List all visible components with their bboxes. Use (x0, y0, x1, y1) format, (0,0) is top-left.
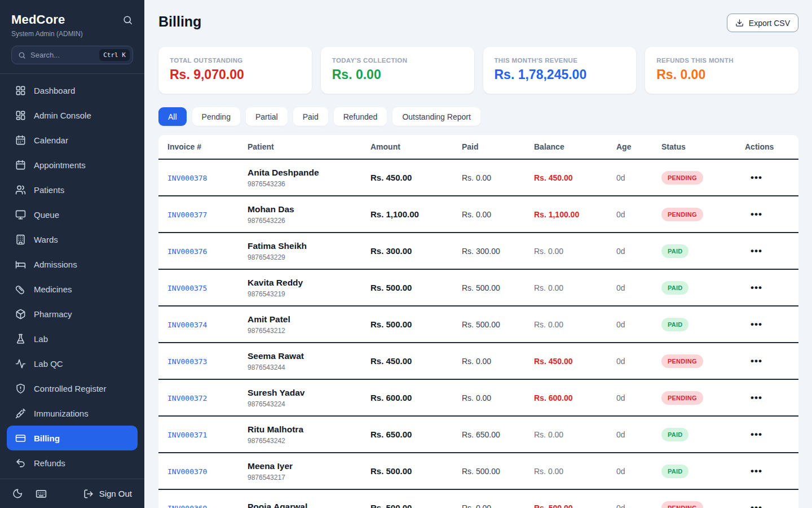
sidebar-item-billing[interactable]: Billing (7, 426, 138, 450)
sidebar-item-admin-console[interactable]: Admin Console (0, 103, 144, 128)
card-month-revenue: THIS MONTH'S REVENUE Rs. 1,78,245.00 (483, 47, 637, 94)
amount-value: Rs. 500.00 (370, 503, 462, 508)
export-csv-label: Export CSV (749, 19, 790, 28)
row-actions-ellipsis-icon[interactable]: ••• (745, 429, 762, 440)
sidebar-item-pharmacy[interactable]: Pharmacy (0, 301, 144, 326)
row-actions-ellipsis-icon[interactable]: ••• (745, 356, 762, 367)
sidebar-item-label: Controlled Register (34, 384, 106, 393)
sidebar-nav: Dashboard Admin Console Calendar Appoint… (0, 74, 144, 479)
invoice-link[interactable]: INV000369 (167, 504, 207, 508)
building-icon (15, 234, 26, 245)
invoice-link[interactable]: INV000377 (167, 211, 207, 219)
invoice-link[interactable]: INV000376 (167, 247, 207, 256)
patient-name: Anita Deshpande (248, 168, 370, 178)
row-actions-ellipsis-icon[interactable]: ••• (745, 502, 762, 508)
card-value: Rs. 0.00 (656, 67, 787, 82)
sidebar-search-box[interactable]: Ctrl K (11, 46, 133, 64)
dark-mode-toggle-moon-icon[interactable] (12, 488, 23, 499)
activity-icon (15, 358, 26, 369)
invoice-link[interactable]: INV000371 (167, 431, 207, 439)
row-actions-ellipsis-icon[interactable]: ••• (745, 466, 762, 477)
keyboard-icon[interactable] (36, 488, 47, 500)
user-role-label: System Admin (ADMIN) (11, 30, 133, 38)
column-header-balance: Balance (534, 142, 616, 151)
table-row: INV000377 Mohan Das 9876543226 Rs. 1,100… (158, 196, 798, 233)
sidebar-item-label: Immunizations (34, 409, 89, 418)
balance-value: Rs. 0.00 (534, 247, 616, 256)
invoice-link[interactable]: INV000374 (167, 321, 207, 329)
monitor-icon (15, 209, 26, 220)
sidebar-item-label: Wards (34, 235, 58, 244)
card-label: REFUNDS THIS MONTH (656, 57, 787, 64)
sidebar-item-wards[interactable]: Wards (0, 227, 144, 252)
amount-value: Rs. 500.00 (370, 283, 462, 292)
sidebar-item-dashboard[interactable]: Dashboard (0, 78, 144, 103)
status-badge: PAID (661, 428, 689, 441)
sidebar-item-lab-qc[interactable]: Lab QC (0, 351, 144, 376)
sidebar-item-label: Dashboard (34, 86, 75, 95)
sidebar-item-controlled-register[interactable]: Controlled Register (0, 376, 144, 401)
table-row: INV000371 Ritu Malhotra 9876543242 Rs. 6… (158, 417, 798, 453)
balance-value: Rs. 0.00 (534, 467, 616, 476)
sidebar: MedCore System Admin (ADMIN) Ctrl K Dash… (0, 0, 144, 508)
sidebar-item-label: Lab QC (34, 359, 63, 369)
sidebar-item-admissions[interactable]: Admissions (0, 252, 144, 277)
paid-value: Rs. 0.00 (462, 503, 534, 508)
table-row: INV000378 Anita Deshpande 9876543236 Rs.… (158, 160, 798, 196)
amount-value: Rs. 450.00 (370, 356, 462, 366)
export-csv-button[interactable]: Export CSV (727, 14, 798, 32)
table-row: INV000370 Meena Iyer 9876543217 Rs. 500.… (158, 453, 798, 490)
sidebar-item-label: Patients (34, 185, 64, 195)
filter-tab-all[interactable]: All (158, 107, 187, 126)
page-title: Billing (158, 14, 201, 30)
sidebar-item-appointments[interactable]: Appointments (0, 152, 144, 177)
sidebar-item-label: Appointments (34, 160, 86, 170)
column-header-age: Age (616, 142, 661, 151)
row-actions-ellipsis-icon[interactable]: ••• (745, 392, 762, 404)
sign-out-button[interactable]: Sign Out (83, 489, 132, 499)
keyboard-shortcut-badge: Ctrl K (99, 49, 130, 61)
sign-out-label: Sign Out (99, 489, 132, 498)
package-icon (15, 309, 26, 319)
invoice-link[interactable]: INV000373 (167, 357, 207, 366)
filter-tabs: All Pending Partial Paid Refunded Outsta… (158, 107, 798, 126)
sidebar-item-lab[interactable]: Lab (0, 326, 144, 351)
sidebar-item-queue[interactable]: Queue (0, 202, 144, 227)
filter-tab-pending[interactable]: Pending (192, 107, 240, 126)
filter-tab-outstanding-report[interactable]: Outstanding Report (392, 107, 480, 126)
filter-tab-partial[interactable]: Partial (246, 107, 288, 126)
log-out-icon (83, 489, 94, 499)
sidebar-item-label: Medicines (34, 284, 72, 294)
invoice-link[interactable]: INV000375 (167, 284, 207, 292)
row-actions-ellipsis-icon[interactable]: ••• (745, 209, 762, 220)
row-actions-ellipsis-icon[interactable]: ••• (745, 319, 762, 330)
invoice-link[interactable]: INV000372 (167, 394, 207, 402)
row-actions-ellipsis-icon[interactable]: ••• (745, 246, 762, 257)
search-input[interactable] (30, 51, 95, 59)
sidebar-item-refunds[interactable]: Refunds (0, 450, 144, 475)
table-row: INV000369 Pooja Agarwal Rs. 500.00 Rs. 0… (158, 490, 798, 508)
filter-tab-refunded[interactable]: Refunded (334, 107, 387, 126)
invoice-link[interactable]: INV000378 (167, 174, 207, 182)
age-value: 0d (616, 210, 661, 219)
invoice-link[interactable]: INV000370 (167, 467, 207, 476)
sidebar-header: MedCore System Admin (ADMIN) Ctrl K (0, 0, 144, 74)
sidebar-item-calendar[interactable]: Calendar (0, 128, 144, 152)
balance-value: Rs. 450.00 (534, 173, 616, 182)
row-actions-ellipsis-icon[interactable]: ••• (745, 282, 762, 294)
column-header-patient: Patient (248, 142, 370, 151)
card-total-outstanding: TOTAL OUTSTANDING Rs. 9,070.00 (158, 47, 312, 94)
paid-value: Rs. 0.00 (462, 357, 534, 366)
patient-name: Mohan Das (248, 204, 370, 214)
search-icon[interactable] (122, 15, 133, 25)
paid-value: Rs. 0.00 (462, 210, 534, 219)
sidebar-item-medicines[interactable]: Medicines (0, 277, 144, 301)
patient-phone: 9876543217 (248, 474, 370, 481)
sidebar-item-patients[interactable]: Patients (0, 177, 144, 202)
row-actions-ellipsis-icon[interactable]: ••• (745, 172, 762, 183)
amount-value: Rs. 600.00 (370, 393, 462, 402)
age-value: 0d (616, 430, 661, 439)
sidebar-item-label: Admissions (34, 260, 77, 269)
filter-tab-paid[interactable]: Paid (293, 107, 328, 126)
sidebar-item-immunizations[interactable]: Immunizations (0, 401, 144, 426)
